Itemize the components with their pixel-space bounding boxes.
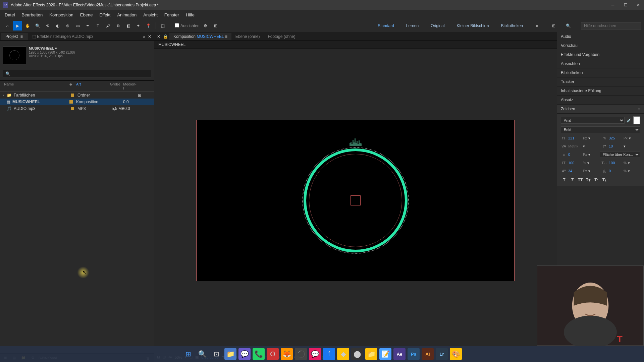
project-item-comp[interactable]: ▦ MUSICWHEEL Komposition 0:0 bbox=[0, 99, 154, 105]
taskbar-app3[interactable]: 🎨 bbox=[450, 348, 462, 360]
workspace-more[interactable]: » bbox=[532, 21, 542, 31]
rotate-tool[interactable]: ◐ bbox=[53, 21, 62, 31]
panel-zeichen[interactable]: Zeichen≡ bbox=[557, 105, 644, 114]
leading[interactable]: 325 bbox=[609, 136, 622, 140]
taskbar-facebook[interactable]: f bbox=[323, 348, 335, 360]
pen-tool[interactable]: ✒ bbox=[83, 21, 93, 31]
rect-tool[interactable]: ▭ bbox=[73, 21, 83, 31]
comp-viewer[interactable] bbox=[154, 49, 557, 352]
panel-audio[interactable]: Audio bbox=[557, 32, 644, 41]
eraser-tool[interactable]: ◧ bbox=[123, 21, 133, 31]
kerning[interactable]: Metrik bbox=[568, 144, 582, 148]
bold-btn[interactable]: T bbox=[561, 177, 568, 183]
snap-options[interactable]: ⚙ bbox=[201, 21, 210, 31]
project-search[interactable] bbox=[3, 70, 151, 78]
workspace-standard[interactable]: Standard bbox=[375, 22, 397, 29]
tab-footage[interactable]: Footage (ohne) bbox=[264, 33, 299, 40]
menu-fenster[interactable]: Fenster bbox=[161, 11, 182, 19]
3d-tool[interactable]: ⬚ bbox=[158, 21, 167, 31]
taskbar-explorer[interactable]: 📁 bbox=[224, 348, 236, 360]
comp-breadcrumb[interactable]: MUSICWHEEL bbox=[154, 41, 557, 49]
taskbar-whatsapp[interactable]: 📞 bbox=[253, 348, 265, 360]
close-button[interactable]: ✕ bbox=[635, 2, 641, 8]
tab-komposition[interactable]: Komposition MUSICWHEEL ≡ bbox=[169, 33, 231, 40]
orbit-tool[interactable]: ⟲ bbox=[43, 21, 52, 31]
fill-color[interactable] bbox=[633, 116, 640, 124]
snap-checkbox[interactable] bbox=[175, 23, 179, 27]
italic-btn[interactable]: T bbox=[569, 177, 576, 183]
taskbar-firefox[interactable]: 🦊 bbox=[281, 348, 293, 360]
taskbar-app2[interactable]: ◆ bbox=[337, 348, 349, 360]
hscale[interactable]: 100 bbox=[609, 161, 622, 165]
roto-tool[interactable]: ✦ bbox=[133, 21, 143, 31]
clone-tool[interactable]: ⧉ bbox=[113, 21, 123, 31]
taskbar-editor[interactable]: 📝 bbox=[379, 348, 391, 360]
taskbar-opera[interactable]: O bbox=[267, 348, 279, 360]
project-item-audio[interactable]: 🎵 AUDIO.mp3 MP3 5,5 MB 0:0 bbox=[0, 105, 154, 112]
hand-tool[interactable]: ✋ bbox=[23, 21, 32, 31]
menu-bearbeiten[interactable]: Bearbeiten bbox=[18, 11, 46, 19]
puppet-tool[interactable]: 📍 bbox=[144, 21, 153, 31]
workspace-bibliotheken[interactable]: Bibliotheken bbox=[498, 22, 526, 29]
taskbar-ai[interactable]: Ai bbox=[422, 348, 434, 360]
subscript-btn[interactable]: T₁ bbox=[601, 177, 608, 183]
fill-over-stroke[interactable]: Fläche über Kon... bbox=[600, 151, 640, 158]
workspace-original[interactable]: Original bbox=[428, 22, 447, 29]
vscale[interactable]: 100 bbox=[568, 161, 582, 165]
smallcaps-btn[interactable]: Tᴛ bbox=[585, 177, 592, 183]
font-family[interactable]: Arial bbox=[561, 117, 625, 124]
taskbar-taskview[interactable]: ⊡ bbox=[210, 348, 222, 360]
panel-vorschau[interactable]: Vorschau bbox=[557, 41, 644, 50]
project-item-folder[interactable]: ›📁 Farbflächen Ordner ⊞ bbox=[0, 92, 154, 99]
taskbar-folder[interactable]: 📁 bbox=[365, 348, 377, 360]
menu-hilfe[interactable]: Hilfe bbox=[182, 11, 198, 19]
taskbar-messenger[interactable]: 💬 bbox=[309, 348, 321, 360]
tracking[interactable]: 10 bbox=[609, 144, 622, 148]
menu-animation[interactable]: Animation bbox=[114, 11, 140, 19]
taskbar-windows[interactable]: ⊞ bbox=[182, 348, 194, 360]
panel-tracker[interactable]: Tracker bbox=[557, 77, 644, 86]
panel-absatz[interactable]: Absatz bbox=[557, 96, 644, 105]
workspace-kleiner[interactable]: Kleiner Bildschirm bbox=[454, 22, 492, 29]
allcaps-btn[interactable]: TT bbox=[577, 177, 584, 183]
font-style[interactable]: Bold bbox=[561, 126, 640, 133]
taskbar-search[interactable]: 🔍 bbox=[196, 348, 208, 360]
anchor-tool[interactable]: ⊕ bbox=[63, 21, 72, 31]
tab-effekteinstellungen[interactable]: ⬚ Effekteinstellungen AUDIO.mp3 bbox=[28, 33, 98, 40]
tab-lock[interactable]: 🔒 bbox=[163, 34, 168, 39]
maximize-button[interactable]: ☐ bbox=[623, 2, 629, 8]
panel-effekte[interactable]: Effekte und Vorgaben bbox=[557, 50, 644, 59]
menu-komposition[interactable]: Komposition bbox=[46, 11, 77, 19]
eyedropper-icon[interactable]: 💉 bbox=[627, 117, 631, 123]
tsume[interactable]: 0 bbox=[609, 169, 622, 173]
taskbar-app1[interactable]: ⚫ bbox=[295, 348, 307, 360]
minimize-button[interactable]: ─ bbox=[610, 2, 616, 8]
tab-close[interactable]: ✕ bbox=[148, 34, 151, 39]
menu-ansicht[interactable]: Ansicht bbox=[140, 11, 161, 19]
comp-name[interactable]: MUSICWHEEL ▾ bbox=[29, 46, 75, 51]
zoom-tool[interactable]: 🔍 bbox=[33, 21, 42, 31]
workspace-lernen[interactable]: Lernen bbox=[404, 22, 421, 29]
type-tool[interactable]: T bbox=[93, 21, 103, 31]
panel-bibliotheken[interactable]: Bibliotheken bbox=[557, 68, 644, 77]
panel-inhaltsbasiert[interactable]: Inhaltsbasierte Füllung bbox=[557, 86, 644, 96]
baseline[interactable]: 34 bbox=[568, 169, 582, 173]
menu-ebene[interactable]: Ebene bbox=[77, 11, 96, 19]
taskbar-lr[interactable]: Lr bbox=[436, 348, 448, 360]
tab-overflow[interactable]: » bbox=[143, 34, 145, 39]
workspace-reset[interactable]: ⊞ bbox=[549, 21, 558, 31]
brush-tool[interactable]: 🖌 bbox=[103, 21, 113, 31]
stroke-width[interactable]: 0 bbox=[568, 153, 582, 157]
taskbar-ps[interactable]: Ps bbox=[408, 348, 420, 360]
superscript-btn[interactable]: T¹ bbox=[593, 177, 600, 183]
taskbar-obs[interactable]: ⬤ bbox=[351, 348, 363, 360]
tab-projekt[interactable]: Projekt ≡ bbox=[1, 33, 28, 40]
taskbar-ae[interactable]: Ae bbox=[393, 348, 406, 360]
menu-effekt[interactable]: Effekt bbox=[96, 11, 114, 19]
tab-close-comp[interactable]: ✕ bbox=[157, 34, 160, 39]
font-size[interactable]: 221 bbox=[568, 136, 582, 140]
selection-tool[interactable]: ▶ bbox=[13, 21, 22, 31]
help-search[interactable] bbox=[581, 22, 641, 29]
snap-grid[interactable]: ⊞ bbox=[211, 21, 220, 31]
menu-datei[interactable]: Datei bbox=[1, 11, 18, 19]
